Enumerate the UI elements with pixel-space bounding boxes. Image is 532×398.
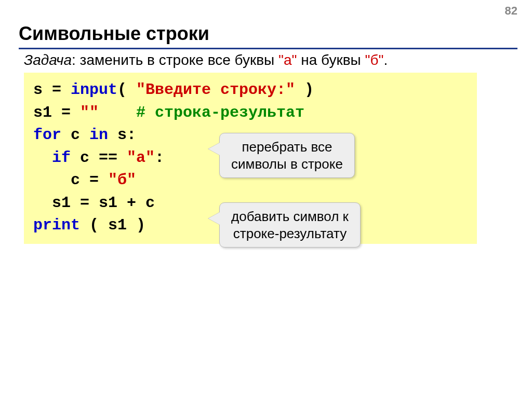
code-l2c (99, 104, 136, 121)
code-l7a: print (33, 216, 80, 234)
task-text-2: на буквы (297, 52, 365, 68)
code-l7b: ( s1 ) (80, 216, 145, 234)
code-l4c: c == (71, 149, 127, 167)
code-l4e: : (155, 149, 164, 167)
code-l1d: "Введите строку:" (136, 81, 295, 99)
code-l6: s1 = s1 + c (33, 194, 155, 212)
code-l4d: "а" (127, 149, 155, 167)
callout-iterate: перебрать все символы в строке (219, 133, 355, 178)
callout2-line2: строке-результату (233, 226, 347, 241)
callout2-line1: добавить символ к (231, 209, 349, 224)
code-l2b: "" (80, 104, 99, 121)
code-l3b: c (61, 126, 89, 144)
task-label: Задача (24, 52, 72, 68)
code-l1b: input (71, 81, 117, 99)
title-underline (19, 48, 517, 49)
page-number: 82 (505, 4, 517, 18)
code-l2d: # строка-результат (136, 104, 304, 121)
code-l5a: c = (33, 171, 108, 189)
task-letter-b: "б" (365, 52, 384, 68)
callout-append: добавить символ к строке-результату (219, 202, 361, 248)
callout1-line2: символы в строке (231, 156, 343, 172)
task-text-1: заменить в строке все буквы (80, 52, 278, 68)
task-letter-a: "а" (278, 52, 297, 68)
code-l3a: for (33, 126, 61, 144)
task-sep: : (72, 52, 80, 68)
code-l5b: "б" (108, 171, 136, 189)
code-l1e: ) (295, 81, 314, 99)
code-l4b: if (52, 149, 71, 167)
code-l3d: s: (108, 126, 136, 144)
task-dot: . (383, 52, 388, 68)
code-l1c: ( (117, 81, 136, 99)
code-l1a: s = (33, 81, 71, 99)
slide-title: Символьные строки (19, 23, 209, 45)
code-l2a: s1 = (33, 104, 80, 121)
code-l4a (33, 149, 52, 167)
task-description: Задача: заменить в строке все буквы "а" … (24, 52, 388, 68)
callout1-line1: перебрать все (242, 139, 332, 155)
code-l3c: in (89, 126, 108, 144)
